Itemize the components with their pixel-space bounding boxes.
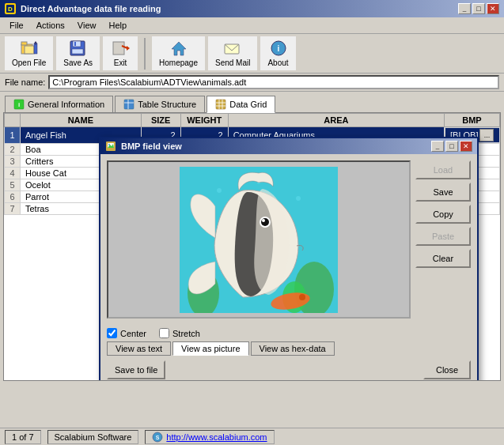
bmp-dialog-icon — [105, 141, 116, 152]
dialog-body: Load Save Copy Paste Clear — [100, 154, 477, 325]
center-checkbox-label[interactable]: Center — [107, 328, 146, 338]
status-link[interactable]: http://www.scalabium.com — [166, 432, 267, 442]
homepage-icon — [169, 40, 188, 57]
svg-text:i: i — [18, 101, 20, 108]
send-mail-button[interactable]: Send Mail — [208, 36, 257, 70]
open-file-icon — [20, 40, 39, 57]
tab-datagrid-label: Data Grid — [229, 100, 267, 109]
svg-rect-21 — [124, 100, 134, 109]
svg-rect-24 — [216, 100, 225, 109]
menu-view[interactable]: View — [71, 19, 103, 32]
stretch-label: Stretch — [172, 329, 200, 338]
svg-point-39 — [296, 196, 301, 201]
svg-marker-14 — [127, 46, 130, 51]
exit-button[interactable]: Exit — [103, 36, 138, 70]
status-link-segment: S http://www.scalabium.com — [145, 430, 274, 444]
tab-general-information[interactable]: i General Information — [5, 96, 113, 112]
about-label: About — [267, 58, 288, 67]
open-file-button[interactable]: Open File — [5, 36, 53, 70]
svg-text:S: S — [156, 435, 160, 440]
svg-point-41 — [261, 218, 269, 226]
clear-button[interactable]: Clear — [415, 249, 471, 268]
exit-label: Exit — [114, 58, 127, 67]
send-mail-icon — [223, 40, 242, 57]
dialog-title-text: BMP field view — [121, 141, 182, 151]
dialog-overlay: BMP field view _ □ ✕ — [4, 113, 500, 380]
tab-table-structure[interactable]: Table Structure — [115, 96, 205, 112]
save-to-file-button[interactable]: Save to file — [107, 360, 165, 379]
status-record: 1 of 7 — [5, 430, 41, 444]
status-company: Scalabium Software — [47, 430, 139, 444]
filename-label: File name: — [5, 77, 45, 87]
menu-actions[interactable]: Actions — [30, 19, 71, 32]
menu-file[interactable]: File — [3, 19, 30, 32]
filename-input[interactable] — [48, 75, 499, 89]
main-content: NAME SIZE WEIGHT AREA BMP 1 Angel Fish 2… — [3, 112, 501, 381]
dialog-bottom: Save to file Close — [100, 356, 477, 381]
svg-marker-15 — [172, 42, 186, 55]
svg-text:D: D — [8, 6, 13, 13]
about-icon: i — [269, 40, 288, 57]
load-button[interactable]: Load — [415, 160, 471, 179]
menu-help[interactable]: Help — [102, 19, 133, 32]
copy-button[interactable]: Copy — [415, 205, 471, 224]
tabs-bar: i General Information Table Structure Da… — [0, 92, 504, 112]
paste-button[interactable]: Paste — [415, 227, 471, 246]
sub-tab-view-as-hex[interactable]: View as hex-data — [251, 341, 335, 356]
dialog-maximize-button[interactable]: □ — [445, 141, 458, 152]
dialog-minimize-button[interactable]: _ — [431, 141, 444, 152]
save-as-label: Save As — [63, 58, 93, 67]
sub-tab-view-as-picture[interactable]: View as picture — [172, 341, 248, 356]
open-file-label: Open File — [12, 58, 46, 67]
tab-general-label: General Information — [28, 100, 104, 109]
send-mail-label: Send Mail — [215, 58, 250, 67]
tab-table-label: Table Structure — [138, 100, 196, 109]
svg-rect-12 — [113, 42, 124, 55]
svg-marker-7 — [34, 41, 37, 43]
app-icon: D — [5, 3, 16, 14]
center-label: Center — [120, 329, 146, 338]
svg-rect-11 — [72, 49, 83, 54]
svg-rect-3 — [21, 42, 27, 45]
save-as-button[interactable]: Save As — [56, 36, 100, 70]
exit-icon — [111, 40, 130, 57]
dialog-action-buttons: Load Save Copy Paste Clear — [415, 160, 471, 319]
homepage-label: Homepage — [159, 58, 198, 67]
svg-rect-9 — [73, 41, 81, 47]
title-bar: D Direct Advantage data file reading _ □… — [0, 0, 504, 17]
svg-point-44 — [299, 294, 305, 300]
scalabium-icon: S — [152, 432, 163, 443]
close-button[interactable]: ✕ — [487, 3, 499, 14]
toolbar-separator — [144, 38, 146, 70]
status-bar: 1 of 7 Scalabium Software S http://www.s… — [0, 428, 504, 445]
center-checkbox[interactable] — [107, 328, 117, 338]
filename-bar: File name: — [0, 74, 504, 92]
bmp-dialog: BMP field view _ □ ✕ — [99, 137, 479, 381]
svg-point-37 — [217, 188, 222, 193]
about-button[interactable]: i About — [260, 36, 295, 70]
sub-tab-view-as-text[interactable]: View as text — [107, 341, 171, 356]
save-as-icon — [69, 40, 88, 57]
image-preview-area — [107, 160, 411, 319]
sub-tabs: View as text View as picture View as hex… — [100, 341, 477, 356]
stretch-checkbox-label[interactable]: Stretch — [159, 328, 200, 338]
close-dialog-button[interactable]: Close — [423, 360, 471, 379]
stretch-checkbox[interactable] — [159, 328, 169, 338]
dialog-title-bar: BMP field view _ □ ✕ — [100, 138, 477, 154]
general-info-tab-icon: i — [13, 99, 25, 110]
data-grid-tab-icon — [215, 99, 226, 110]
window-title: Direct Advantage data file reading — [21, 4, 161, 13]
svg-text:i: i — [277, 44, 279, 53]
dialog-close-button[interactable]: ✕ — [460, 141, 472, 152]
minimize-button[interactable]: _ — [458, 3, 471, 14]
checkbox-row: Center Stretch — [100, 325, 477, 341]
tab-data-grid[interactable]: Data Grid — [207, 96, 275, 113]
fish-image — [180, 167, 338, 313]
svg-rect-10 — [74, 42, 76, 46]
menu-bar: File Actions View Help — [0, 17, 504, 34]
toolbar: Open File Save As Exit — [0, 34, 504, 74]
maximize-button[interactable]: □ — [472, 3, 485, 14]
save-button[interactable]: Save — [415, 183, 471, 202]
svg-point-42 — [262, 219, 265, 222]
homepage-button[interactable]: Homepage — [152, 36, 205, 70]
